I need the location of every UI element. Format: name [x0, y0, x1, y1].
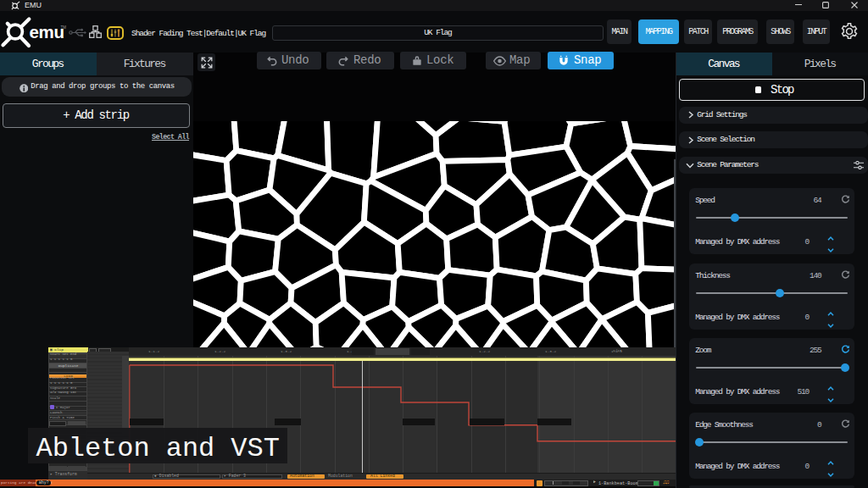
svg-text:emu: emu	[30, 22, 64, 42]
svg-text:TM: TM	[61, 25, 67, 30]
